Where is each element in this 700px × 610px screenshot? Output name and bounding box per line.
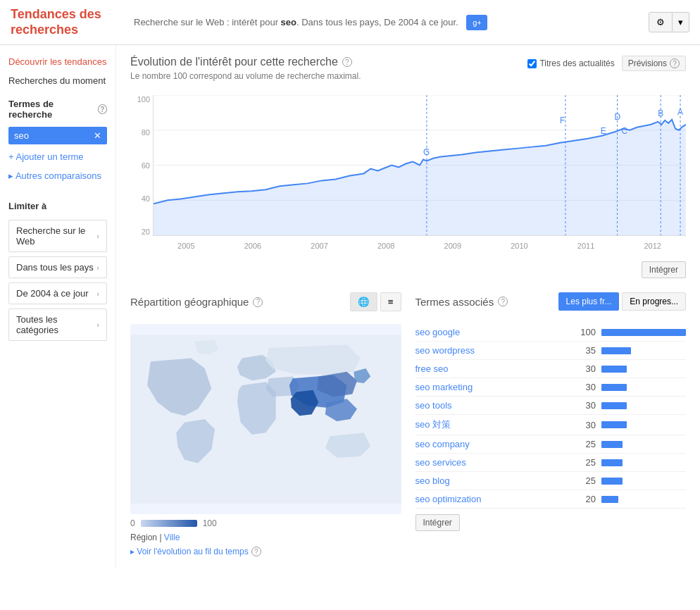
related-term-bar — [601, 441, 686, 448]
related-term-link[interactable]: seo blog — [415, 475, 572, 486]
chart-integrate-button[interactable]: Intégrer — [642, 261, 686, 278]
related-term-value: 30 — [571, 400, 596, 411]
related-term-link[interactable]: seo tools — [415, 400, 572, 411]
tab-en-progres[interactable]: En progres... — [622, 292, 686, 311]
desc-post: . Dans tous les pays, De 2004 à ce jour. — [296, 17, 458, 27]
titres-checkbox-label[interactable]: Titres des actualités — [527, 58, 614, 68]
desc-term: seo — [281, 17, 296, 27]
filter-date[interactable]: De 2004 à ce jour › — [8, 282, 107, 304]
filter-arrow-icon: › — [96, 320, 99, 329]
geo-section: Répartition géographique ? 🌐 ≡ — [130, 292, 401, 556]
chart-title: Évolution de l'intérêt pour cette recher… — [130, 56, 361, 68]
settings-dropdown-button[interactable]: ▾ — [673, 12, 689, 32]
related-term-link[interactable]: seo google — [415, 327, 572, 337]
filter-arrow-icon: › — [96, 263, 99, 272]
tab-les-plus[interactable]: Les plus fr... — [558, 292, 620, 311]
related-term-link[interactable]: seo services — [415, 457, 572, 468]
search-term-container: seo ✕ — [8, 127, 107, 144]
filter-arrow-icon: › — [96, 232, 99, 240]
related-term-link[interactable]: seo company — [415, 439, 572, 449]
related-integrate-button[interactable]: Intégrer — [415, 514, 460, 531]
evolution-help-icon[interactable]: ? — [251, 547, 261, 556]
related-term-value: 30 — [571, 420, 596, 430]
related-term-link[interactable]: seo optimization — [415, 494, 572, 504]
svg-text:E: E — [601, 126, 606, 136]
google-icon: g+ — [466, 15, 487, 30]
chart-subtitle: Le nombre 100 correspond au volume de re… — [130, 71, 361, 81]
related-help-icon[interactable]: ? — [498, 297, 508, 306]
chart-section: Évolution de l'intérêt pour cette recher… — [130, 56, 686, 278]
related-term-link[interactable]: free seo — [415, 363, 572, 374]
related-term-value: 25 — [571, 475, 596, 486]
globe-icon: 🌐 — [358, 297, 370, 307]
table-row: seo marketing 30 — [415, 378, 687, 397]
related-terms-table: seo google 100 seo wordpress 35 free seo… — [415, 323, 687, 509]
geo-globe-button[interactable]: 🌐 — [350, 292, 377, 311]
main-content: Évolution de l'intérêt pour cette recher… — [116, 45, 700, 567]
search-term-value: seo — [14, 130, 29, 141]
legend-gradient-bar — [141, 520, 197, 527]
table-row: seo 対策 30 — [415, 415, 687, 435]
related-term-bar — [601, 478, 686, 485]
sidebar-item-recherches[interactable]: Recherches du moment — [0, 71, 115, 90]
related-term-value: 20 — [571, 494, 596, 504]
other-comparisons-button[interactable]: ▸ Autres comparaisons — [0, 166, 115, 185]
y-axis: 100 80 60 40 20 — [130, 95, 150, 236]
svg-text:D: D — [615, 112, 621, 122]
related-term-bar — [601, 347, 686, 354]
table-row: seo services 25 — [415, 454, 687, 472]
trend-chart: G F D E C B A — [153, 95, 686, 236]
main-container: Découvrir les tendances Recherches du mo… — [0, 45, 700, 567]
app-title: Tendances des recherches — [11, 7, 123, 37]
geo-help-icon[interactable]: ? — [253, 297, 263, 307]
related-term-value: 30 — [571, 382, 596, 392]
city-link[interactable]: Ville — [164, 533, 180, 542]
region-city-links: Région | Ville — [130, 533, 401, 542]
filter-country[interactable]: Dans tous les pays › — [8, 256, 107, 278]
preview-help-icon[interactable]: ? — [670, 58, 680, 68]
gear-icon: ⚙ — [656, 17, 665, 27]
chart-help-icon[interactable]: ? — [342, 57, 352, 67]
previsions-button[interactable]: Prévisions ? — [622, 56, 686, 71]
settings-button[interactable]: ⚙ — [649, 12, 673, 32]
related-term-link[interactable]: seo wordpress — [415, 345, 572, 356]
filter-country-label: Dans tous les pays — [16, 262, 94, 273]
termes-section-title: Termes de recherche ? — [0, 90, 115, 124]
header-description: Recherche sur le Web : intérêt pour seo.… — [123, 15, 649, 30]
x-axis: 2005 2006 2007 2008 2009 2010 2011 2012 — [153, 239, 686, 253]
related-term-bar — [601, 384, 686, 391]
header: Tendances des recherches Recherche sur l… — [0, 0, 700, 45]
map-legend: 0 100 — [130, 518, 401, 528]
svg-text:F: F — [560, 116, 565, 125]
close-icon: ✕ — [94, 130, 101, 141]
sidebar-item-decouvrir[interactable]: Découvrir les tendances — [0, 52, 115, 71]
table-row: free seo 30 — [415, 360, 687, 378]
search-term-box[interactable]: seo ✕ — [8, 127, 107, 144]
list-icon: ≡ — [388, 297, 394, 307]
filter-arrow-icon: › — [96, 290, 99, 298]
filter-web-search[interactable]: Recherche sur le Web › — [8, 220, 107, 252]
related-term-value: 35 — [571, 345, 596, 356]
related-term-bar — [601, 496, 686, 503]
filter-category[interactable]: Toutes les catégories › — [8, 309, 107, 341]
geo-list-button[interactable]: ≡ — [380, 292, 401, 311]
termes-help-icon[interactable]: ? — [98, 104, 107, 114]
related-term-link[interactable]: seo marketing — [415, 382, 572, 392]
table-row: seo company 25 — [415, 435, 687, 454]
see-evolution-link[interactable]: ▸ Voir l'évolution au fil du temps ? — [130, 547, 401, 556]
map-svg — [130, 324, 401, 514]
world-map — [130, 324, 401, 514]
sidebar: Découvrir les tendances Recherches du mo… — [0, 45, 116, 567]
geo-title: Répartition géographique ? — [130, 296, 263, 308]
add-term-button[interactable]: + Ajouter un terme — [0, 147, 115, 166]
table-row: seo optimization 20 — [415, 490, 687, 509]
titres-checkbox[interactable] — [527, 59, 537, 68]
chart-controls: Titres des actualités Prévisions ? — [527, 56, 686, 71]
chart-plot-area: G F D E C B A — [153, 95, 686, 253]
related-term-bar — [601, 402, 686, 409]
filter-category-label: Toutes les catégories — [16, 314, 96, 335]
table-row: seo google 100 — [415, 323, 687, 342]
related-tabs: Les plus fr... En progres... — [558, 292, 686, 311]
related-term-link[interactable]: seo 対策 — [415, 418, 572, 431]
related-term-bar — [601, 329, 686, 336]
